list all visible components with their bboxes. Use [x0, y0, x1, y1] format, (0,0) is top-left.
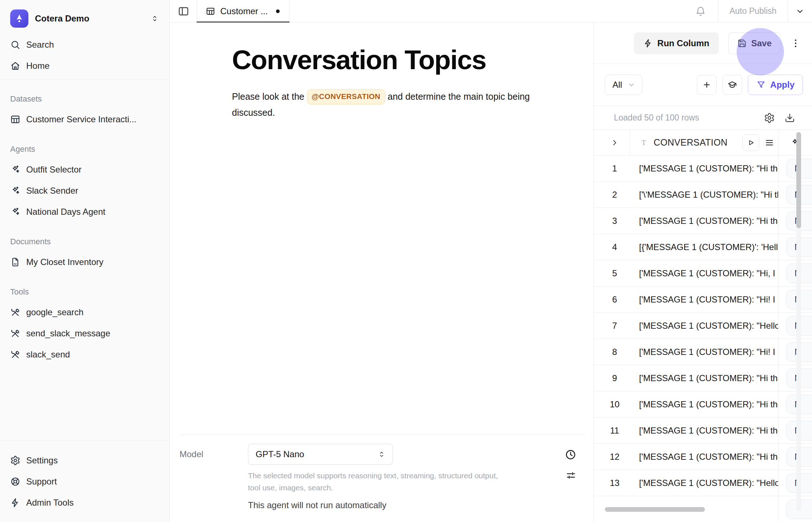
notifications-button[interactable] [683, 0, 718, 22]
result-cell[interactable]: N [779, 339, 812, 365]
conversation-cell[interactable]: ['MESSAGE 1 (CUSTOMER): "Hi the [630, 155, 779, 181]
auto-publish-label[interactable]: Auto Publish [718, 0, 788, 22]
sidebar-item-tool[interactable]: google_search [0, 302, 169, 323]
sidebar-item-agent[interactable]: Outfit Selector [0, 159, 169, 180]
table-body: 1['MESSAGE 1 (CUSTOMER): "Hi theN2['\'ME… [594, 155, 812, 496]
conversation-mention-chip[interactable]: @CONVERSATION [307, 89, 385, 104]
result-cell[interactable]: N [779, 391, 812, 417]
result-cell[interactable]: N [779, 444, 812, 470]
model-help-text: The selected model supports reasoning te… [248, 470, 503, 494]
rows-filter-value: All [612, 80, 622, 90]
table-row: 6['MESSAGE 1 (CUSTOMER): "Hi! I reN [594, 286, 812, 313]
result-cell[interactable]: N [779, 286, 812, 312]
run-column-label: Run Column [657, 38, 709, 48]
conversation-cell[interactable]: ['MESSAGE 1 (CUSTOMER): "Hi the [630, 208, 779, 234]
prompt-before: Please look at the [232, 91, 304, 102]
tools-icon [10, 349, 20, 360]
conversation-cell[interactable]: ['MESSAGE 1 (CUSTOMER): "Hi, I re [630, 260, 779, 286]
result-cell[interactable] [779, 496, 812, 522]
loaded-rows-status: Loaded 50 of 100 rows [614, 113, 699, 123]
conversation-cell[interactable]: ['MESSAGE 1 (CUSTOMER): "Hi the [630, 444, 779, 470]
save-button[interactable]: Save [728, 32, 781, 54]
sidebar-item-label: Admin Tools [26, 498, 74, 508]
result-cell[interactable]: N [779, 155, 812, 181]
sidebar-item-label: google_search [26, 307, 83, 317]
clock-icon[interactable] [565, 449, 576, 460]
conversation-cell[interactable]: ['MESSAGE 1 (CUSTOMER): "Hello! [630, 470, 779, 496]
search-icon [10, 40, 20, 50]
data-table: T CONVERSATION 1['MESSAGE 1 (CUSTOMER): … [594, 130, 812, 522]
add-column-button[interactable] [697, 75, 717, 95]
more-options-icon[interactable] [790, 38, 801, 49]
conversation-cell[interactable]: [{'MESSAGE 1 (CUSTOMER)': 'Hello [630, 234, 779, 260]
row-number: 8 [594, 339, 630, 365]
sidebar-item-label: My Closet Inventory [26, 257, 103, 267]
table-row: 12['MESSAGE 1 (CUSTOMER): "Hi theN [594, 444, 812, 470]
column-menu-icon[interactable] [764, 138, 774, 148]
result-cell[interactable]: N [779, 182, 812, 207]
sidebar-item-search[interactable]: Search [0, 34, 169, 55]
publish-menu-button[interactable] [788, 0, 812, 22]
sidebar-item-agent[interactable]: National Days Agent [0, 201, 169, 222]
result-cell[interactable]: N [779, 470, 812, 496]
result-cell[interactable]: N [779, 365, 812, 391]
row-number: 1 [594, 155, 630, 181]
conversation-cell[interactable]: ['MESSAGE 1 (CUSTOMER): "Hi the [630, 418, 779, 443]
conversation-cell[interactable]: ['MESSAGE 1 (CUSTOMER): "Hello! [630, 313, 779, 339]
page-title: Conversation Topics [232, 44, 546, 75]
sidebar-item-agent[interactable]: Slack Sender [0, 180, 169, 201]
result-cell[interactable]: N [779, 260, 812, 286]
panel-left-toggle-icon[interactable] [178, 5, 189, 17]
run-cell-button[interactable] [742, 134, 759, 151]
horizontal-scrollbar-thumb[interactable] [605, 507, 705, 512]
expand-column-header[interactable] [594, 130, 630, 155]
table-icon [10, 114, 20, 124]
result-cell[interactable]: N [779, 208, 812, 234]
tab-customer[interactable]: Customer ... [197, 0, 289, 22]
prompt-document[interactable]: Conversation Topics Please look at the @… [170, 23, 594, 120]
rocket-arrow-icon [14, 13, 25, 24]
sidebar-item-home[interactable]: Home [0, 55, 169, 76]
sidebar: Cotera Demo Search Home Datasets Custome… [0, 0, 170, 522]
plus-icon [702, 80, 712, 90]
download-icon[interactable] [784, 112, 795, 123]
model-label: Model [180, 435, 248, 459]
sidebar-item-tool[interactable]: send_slack_message [0, 323, 169, 344]
sidebar-item-settings[interactable]: Settings [0, 450, 169, 471]
table-row: 2['\'MESSAGE 1 (CUSTOMER): "Hi thN [594, 182, 812, 208]
row-number: 10 [594, 391, 630, 417]
table-row: 7['MESSAGE 1 (CUSTOMER): "Hello!N [594, 313, 812, 339]
apply-filter-button[interactable]: Apply [748, 75, 803, 95]
result-cell[interactable]: N [779, 234, 812, 260]
conversation-cell[interactable]: ['MESSAGE 1 (CUSTOMER): "Hi! I re [630, 286, 779, 312]
ai-column-header[interactable] [779, 130, 812, 155]
vertical-scrollbar-thumb[interactable] [796, 132, 801, 228]
workspace-switcher[interactable]: Cotera Demo [0, 0, 169, 34]
model-select[interactable]: GPT-5 Nano [248, 444, 393, 465]
rows-filter-select[interactable]: All [605, 75, 642, 95]
sidebar-item-label: slack_send [26, 349, 70, 360]
conversation-column-header[interactable]: T CONVERSATION [630, 130, 779, 155]
conversation-cell[interactable]: ['MESSAGE 1 (CUSTOMER): "Hi the [630, 391, 779, 417]
run-mode-note: This agent will not run automatically [248, 500, 386, 510]
section-label-agents: Agents [0, 130, 169, 159]
sliders-icon[interactable] [565, 470, 576, 481]
sidebar-item-tool[interactable]: slack_send [0, 344, 169, 365]
conversation-cell[interactable]: ['MESSAGE 1 (CUSTOMER): "Hi the [630, 365, 779, 391]
conversation-cell[interactable]: ['\'MESSAGE 1 (CUSTOMER): "Hi th [630, 182, 779, 207]
sidebar-item-admin-tools[interactable]: Admin Tools [0, 492, 169, 513]
section-label-tools: Tools [0, 273, 169, 302]
save-icon [737, 39, 747, 48]
sidebar-item-dataset[interactable]: Customer Service Interacti... [0, 109, 169, 130]
sidebar-item-label: Settings [26, 455, 58, 466]
run-column-button[interactable]: Run Column [634, 32, 719, 54]
result-cell[interactable]: N [779, 313, 812, 339]
result-cell[interactable]: N [779, 418, 812, 443]
svg-text:T: T [642, 138, 646, 146]
sidebar-item-document[interactable]: My Closet Inventory [0, 252, 169, 273]
model-select-value: GPT-5 Nano [256, 449, 304, 459]
training-button[interactable] [722, 75, 742, 95]
table-settings-icon[interactable] [764, 112, 775, 123]
conversation-cell[interactable]: ['MESSAGE 1 (CUSTOMER): "Hi! I re [630, 339, 779, 365]
sidebar-item-support[interactable]: Support [0, 471, 169, 492]
